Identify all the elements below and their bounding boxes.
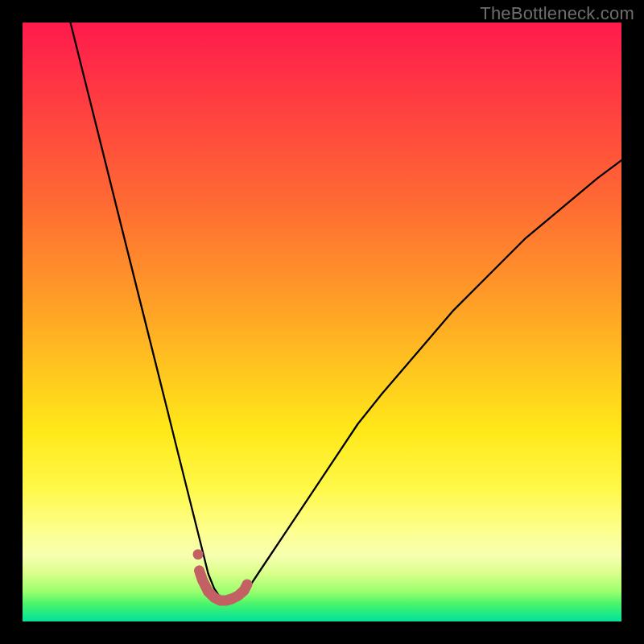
trough-highlight: [200, 571, 248, 601]
trough-dot-icon: [193, 549, 204, 559]
chart-frame: TheBottleneck.com: [0, 0, 644, 644]
chart-svg: [23, 23, 621, 621]
curve-group: [71, 23, 622, 601]
watermark-text: TheBottleneck.com: [480, 3, 634, 24]
plot-area: [23, 23, 621, 621]
bottleneck-curve: [71, 23, 622, 601]
